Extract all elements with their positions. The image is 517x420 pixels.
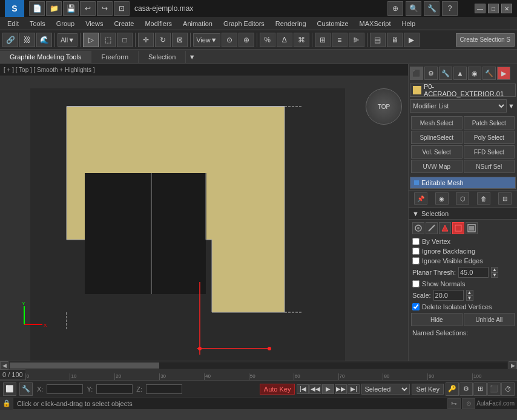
viewport-canvas[interactable]: TOP X Y: [0, 76, 408, 361]
new-btn[interactable]: 📄: [29, 1, 45, 16]
create-selection-button[interactable]: Create Selection S: [456, 33, 515, 47]
key-filter-icon[interactable]: 🔑: [446, 382, 459, 396]
move-btn[interactable]: ✛: [138, 33, 154, 47]
panel-icon-extra[interactable]: ▶: [497, 67, 510, 80]
layer-btn[interactable]: ▤: [370, 33, 386, 47]
remove-modifier-btn[interactable]: 🗑: [477, 192, 490, 205]
menu-create[interactable]: Create: [109, 19, 139, 28]
help-btn[interactable]: ?: [442, 1, 458, 16]
mod-btn-uvw-map[interactable]: UVW Map: [411, 160, 463, 173]
mod-btn-vol-select[interactable]: Vol. Select: [411, 145, 463, 159]
mod-btn-spline-select[interactable]: SplineSelect: [411, 131, 463, 144]
panel-icon-modifier[interactable]: ⚙: [424, 67, 438, 80]
sel-mode-polygon[interactable]: [452, 222, 464, 234]
render-setup-btn[interactable]: 🖥: [387, 33, 403, 47]
object-name-field[interactable]: P0-ACERADO_EXTERIOR.01: [410, 84, 516, 97]
snap-btn[interactable]: 🔧: [424, 1, 440, 16]
rotate-btn[interactable]: ↻: [155, 33, 171, 47]
render-btn[interactable]: ▶: [404, 33, 420, 47]
show-normals-checkbox[interactable]: [412, 280, 420, 287]
scale-up-btn[interactable]: ▲: [466, 290, 473, 295]
panel-icon-hierarchy[interactable]: 🔧: [439, 67, 452, 80]
sel-mode-vertex[interactable]: [412, 222, 424, 234]
maximize-btn[interactable]: □: [488, 4, 499, 13]
menu-tools[interactable]: Tools: [25, 19, 50, 28]
view-dropdown[interactable]: View ▼: [193, 33, 220, 47]
close-btn[interactable]: ✕: [501, 4, 512, 13]
ignore-backfacing-checkbox[interactable]: [412, 248, 420, 255]
next-key-btn[interactable]: ▶▶: [335, 384, 347, 394]
show-end-result-btn[interactable]: ◉: [435, 192, 449, 205]
play-btn[interactable]: ▶: [322, 384, 334, 394]
z-input[interactable]: [146, 384, 182, 394]
tab-graphite-modeling[interactable]: Graphite Modeling Tools: [0, 51, 91, 63]
sel-mode-edge[interactable]: [426, 222, 438, 234]
panel-icon-motion[interactable]: ▲: [453, 67, 467, 80]
pivot-btn[interactable]: ⊙: [222, 33, 237, 47]
menu-edit[interactable]: Edit: [2, 19, 24, 28]
save-btn[interactable]: 💾: [63, 1, 79, 16]
filter-icon[interactable]: 🔧: [19, 382, 33, 396]
minimize-btn[interactable]: —: [475, 4, 486, 13]
grid-icon[interactable]: ⊞: [473, 382, 487, 396]
planar-up-btn[interactable]: ▲: [491, 267, 498, 272]
prev-key-btn[interactable]: ◀◀: [309, 384, 321, 394]
undo-btn[interactable]: ↩: [80, 1, 96, 16]
search-btn[interactable]: 🔍: [406, 1, 421, 16]
unhide-btn[interactable]: Unhide All: [464, 313, 515, 326]
object-color-swatch[interactable]: [413, 86, 421, 94]
modifier-list-select[interactable]: Modifier List: [410, 99, 507, 113]
align-btn[interactable]: ≡: [332, 33, 347, 47]
snap-settings-icon[interactable]: ⚙: [459, 382, 473, 396]
ignore-visible-edges-checkbox[interactable]: [412, 257, 420, 264]
menu-views[interactable]: Views: [81, 19, 108, 28]
tab-freeform[interactable]: Freeform: [91, 51, 139, 63]
tabs-arrow[interactable]: ▼: [186, 50, 198, 64]
next-frame-btn[interactable]: ▶|: [347, 384, 360, 394]
delete-isolated-checkbox[interactable]: [412, 303, 420, 310]
planar-down-btn[interactable]: ▼: [491, 272, 498, 278]
sel-mode-element[interactable]: [466, 222, 478, 234]
hold-btn[interactable]: ⊡: [114, 1, 130, 16]
key-icon[interactable]: 🗝: [447, 398, 461, 409]
menu-animation[interactable]: Animation: [178, 19, 217, 28]
menu-maxscript[interactable]: MAXScript: [355, 19, 396, 28]
mod-btn-mesh-select[interactable]: Mesh Select: [411, 116, 463, 130]
x-input[interactable]: [47, 384, 83, 394]
y-input[interactable]: [96, 384, 133, 394]
offset-btn[interactable]: Δ: [277, 33, 292, 47]
timeline-track[interactable]: 0 10 20 30 40 50 60 70 80 90 100: [25, 369, 517, 380]
menu-help[interactable]: Help: [397, 19, 421, 28]
panel-icon-display2[interactable]: ◉: [468, 67, 481, 80]
mod-btn-patch-select[interactable]: Patch Select: [464, 116, 515, 130]
select-region-btn[interactable]: ⬚: [100, 33, 116, 47]
viewport-layout-icon[interactable]: ⬛: [487, 382, 501, 396]
ref-btn[interactable]: ⊕: [387, 1, 403, 16]
scroll-right-btn[interactable]: ▶: [509, 361, 517, 370]
selected-dropdown[interactable]: Selected: [361, 384, 410, 395]
spacing-btn[interactable]: ⫸: [349, 33, 364, 47]
select-btn[interactable]: ▷: [83, 33, 99, 47]
mod-btn-ffd-select[interactable]: FFD Select: [464, 145, 515, 159]
scroll-left-btn[interactable]: ◀: [0, 361, 8, 370]
hide-btn[interactable]: Hide: [411, 313, 463, 326]
bind-btn[interactable]: 🌊: [36, 33, 52, 47]
horizontal-scrollbar[interactable]: ◀ ▶: [0, 361, 517, 369]
scroll-thumb[interactable]: [10, 363, 159, 369]
menu-group[interactable]: Group: [51, 19, 80, 28]
configure-btn[interactable]: ⊟: [498, 192, 512, 205]
viewport[interactable]: [ + ] [ Top ] [ Smooth + Highlights ]: [0, 64, 408, 361]
time-config-icon[interactable]: ⏱: [501, 382, 515, 396]
key-mode-icon[interactable]: ⬜: [3, 382, 16, 396]
scale-input[interactable]: [433, 290, 464, 301]
planar-thresh-input[interactable]: [458, 267, 489, 278]
menu-customize[interactable]: Customize: [312, 19, 354, 28]
scale-down-btn[interactable]: ▼: [466, 295, 473, 301]
sel-mode-face[interactable]: [439, 222, 451, 234]
open-btn[interactable]: 📁: [46, 1, 62, 16]
auto-key-button[interactable]: Auto Key: [260, 384, 295, 395]
panel-icon-utility[interactable]: 🔨: [482, 67, 496, 80]
pin-stack-btn[interactable]: 📌: [414, 192, 427, 205]
scale-btn[interactable]: ⊠: [172, 33, 188, 47]
percent-btn[interactable]: %: [260, 33, 275, 47]
